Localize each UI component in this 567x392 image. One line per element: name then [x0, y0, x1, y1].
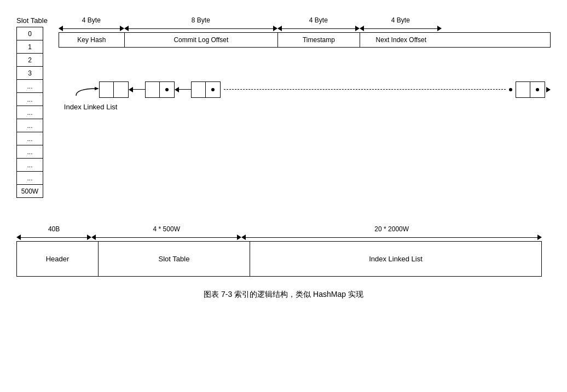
bottom-byte-label: 40B — [48, 225, 60, 233]
double-arrow — [360, 26, 442, 31]
bottom-arrow-left — [16, 235, 21, 240]
slot-table-cell: ... — [17, 106, 43, 119]
bottom-field-box: Header — [17, 242, 99, 276]
bottom-double-arrow — [91, 235, 241, 240]
arrow-line — [63, 28, 120, 29]
field-box: Next Index Offset — [360, 33, 442, 47]
byte-label: 4 Byte — [391, 16, 410, 24]
bottom-field-box: Slot Table — [99, 242, 250, 276]
slot-table-cell: ... — [17, 80, 43, 93]
slot-table-cell: 2 — [17, 54, 43, 67]
arrow-right-head — [273, 26, 277, 31]
curve-path — [76, 89, 97, 96]
arrow-left-head — [277, 26, 282, 31]
ll-left-arrow — [175, 87, 191, 92]
ll-dot — [211, 88, 215, 91]
bottom-arrow-left — [91, 235, 96, 240]
slot-table-cell: ... — [17, 119, 43, 132]
double-arrow — [124, 26, 277, 31]
ll-dot-before-last — [509, 88, 512, 91]
bottom-arrow-line — [246, 237, 537, 238]
field-boxes: Key HashCommit Log OffsetTimestampNext I… — [59, 32, 551, 48]
bottom-arrow-item: 4 * 500W — [91, 225, 241, 240]
slot-table-cell: 0 — [17, 27, 43, 40]
bottom-arrows-row: 40B 4 * 500W 20 * 2000W — [16, 225, 542, 240]
byte-label: 4 Byte — [309, 16, 328, 24]
slot-table-cell: 1 — [17, 40, 43, 54]
ll-node — [99, 81, 129, 98]
arrow-left-head — [360, 26, 364, 31]
bottom-byte-label: 4 * 500W — [153, 225, 180, 233]
slot-table-cell: ... — [17, 93, 43, 106]
ll-end-arrow — [546, 87, 551, 92]
curve-arrow-head — [95, 87, 99, 90]
ll-cell-dot — [160, 82, 174, 97]
slot-table-cell: ... — [17, 172, 43, 185]
linked-list-row — [75, 80, 551, 98]
ll-node — [145, 81, 175, 98]
arrow-left-head — [124, 26, 129, 31]
arrow-head-left — [129, 87, 133, 92]
linked-list-label: Index Linked List — [64, 103, 551, 111]
bottom-arrow-line — [96, 237, 237, 238]
curve-svg — [75, 80, 97, 97]
arrow-line — [364, 28, 437, 29]
ll-node — [516, 81, 545, 98]
slot-table: 0123........................500W — [16, 27, 43, 198]
field-box: Key Hash — [59, 33, 125, 47]
byte-layout-area: 4 Byte 8 Byte 4 Byte 4 Byte Key HashComm… — [59, 16, 551, 48]
arrow-right-head — [355, 26, 360, 31]
arrow-right-head — [120, 26, 124, 31]
slot-table-cell: 3 — [17, 67, 43, 80]
bottom-arrow-right — [537, 235, 542, 240]
bottom-arrow-line — [21, 237, 87, 238]
page-container: Slot Table 0123........................5… — [16, 16, 551, 300]
ll-cell — [192, 82, 206, 97]
byte-arrow-item: 4 Byte — [277, 16, 360, 31]
arrow-line — [129, 28, 273, 29]
ll-dot — [165, 88, 169, 91]
bottom-field-box: Index Linked List — [250, 242, 541, 276]
top-diagram: Slot Table 0123........................5… — [16, 16, 551, 198]
ll-left-arrow — [129, 87, 145, 92]
byte-label: 8 Byte — [192, 16, 210, 24]
bottom-arrow-item: 40B — [16, 225, 91, 240]
double-arrow — [59, 26, 124, 31]
slot-table-label: Slot Table — [16, 16, 48, 25]
ll-cell-dot — [114, 82, 128, 97]
byte-label: 4 Byte — [82, 16, 101, 24]
slot-curve-connector — [75, 80, 97, 98]
bottom-double-arrow — [16, 235, 91, 240]
bottom-diagram: 40B 4 * 500W 20 * 2000W HeaderSlot Table… — [16, 225, 542, 277]
bottom-arrow-left — [241, 235, 246, 240]
right-side: 4 Byte 8 Byte 4 Byte 4 Byte Key HashComm… — [59, 16, 551, 111]
slot-table-cell: ... — [17, 159, 43, 172]
bottom-arrow-right — [237, 235, 241, 240]
byte-arrow-item: 4 Byte — [360, 16, 442, 31]
slot-table-container: Slot Table 0123........................5… — [16, 16, 48, 198]
bottom-field-boxes: HeaderSlot TableIndex Linked List — [16, 241, 542, 277]
byte-arrows-row: 4 Byte 8 Byte 4 Byte 4 Byte — [59, 16, 551, 31]
ll-cell-dot — [530, 82, 545, 97]
bottom-arrow-right — [87, 235, 91, 240]
ll-cell — [146, 82, 160, 97]
double-arrow — [277, 26, 360, 31]
ll-dot — [536, 88, 539, 91]
slot-table-cell: 500W — [17, 185, 43, 198]
ll-node — [191, 81, 221, 98]
byte-arrow-item: 4 Byte — [59, 16, 124, 31]
slot-table-cell: ... — [17, 132, 43, 145]
field-box: Commit Log Offset — [125, 33, 278, 47]
bottom-byte-label: 20 * 2000W — [374, 225, 409, 233]
arrow-head-left — [175, 87, 179, 92]
arrow-left-head — [59, 26, 63, 31]
bottom-double-arrow — [241, 235, 542, 240]
arrow-right-head — [437, 26, 442, 31]
caption: 图表 7-3 索引的逻辑结构，类似 HashMap 实现 — [16, 290, 551, 300]
linked-list-section: Index Linked List — [59, 80, 551, 111]
arrow-line — [282, 28, 355, 29]
ll-cell-dot — [206, 82, 220, 97]
ll-cell — [100, 82, 114, 97]
arrow-stem — [179, 89, 191, 90]
ll-cell — [516, 82, 530, 97]
